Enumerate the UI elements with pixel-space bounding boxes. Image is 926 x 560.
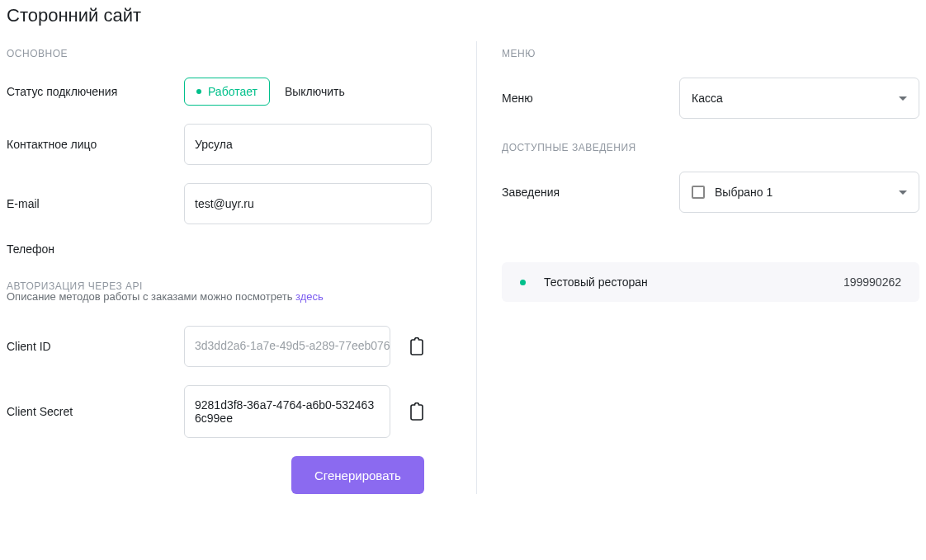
api-description-text: Описание методов работы с заказами можно…	[7, 290, 295, 303]
turn-off-button[interactable]: Выключить	[285, 85, 345, 98]
client-id-value: 3d3dd2a6-1a7e-49d5-a289-77eeb076d	[184, 326, 390, 367]
contact-input[interactable]	[184, 124, 432, 165]
venues-label: Заведения	[502, 186, 679, 199]
phone-label: Телефон	[7, 242, 184, 256]
copy-client-secret-button[interactable]	[405, 400, 428, 423]
email-label: E-mail	[7, 197, 184, 210]
status-dot-icon	[196, 89, 201, 94]
status-dot-icon	[520, 280, 526, 285]
clipboard-icon	[409, 402, 424, 421]
client-secret-value: 9281d3f8-36a7-4764-a6b0-5324636c99ee	[184, 385, 390, 438]
chevron-down-icon	[899, 96, 907, 101]
venue-row[interactable]: Тестовый ресторан 199990262	[502, 262, 919, 302]
venue-name: Тестовый ресторан	[544, 275, 825, 289]
generate-button[interactable]: Сгенерировать	[291, 456, 424, 494]
menu-select[interactable]: Касса	[679, 78, 919, 119]
contact-label: Контактное лицо	[7, 138, 184, 151]
menu-label: Меню	[502, 92, 679, 105]
status-badge-text: Работает	[208, 85, 257, 98]
api-description: Описание методов работы с заказами можно…	[7, 290, 451, 303]
chevron-down-icon	[899, 191, 907, 195]
venues-select-value: Выбрано 1	[715, 186, 772, 199]
menu-select-value: Касса	[692, 92, 723, 105]
status-label: Статус подключения	[7, 85, 184, 98]
section-heading-main: ОСНОВНОЕ	[7, 48, 451, 59]
venues-select[interactable]: Выбрано 1	[679, 172, 919, 213]
section-heading-menu: МЕНЮ	[502, 48, 919, 59]
clipboard-icon	[409, 337, 424, 355]
client-id-label: Client ID	[7, 340, 184, 353]
copy-client-id-button[interactable]	[405, 335, 428, 358]
status-badge: Работает	[184, 78, 270, 106]
client-secret-label: Client Secret	[7, 405, 184, 418]
section-heading-venues: ДОСТУПНЫЕ ЗАВЕДЕНИЯ	[502, 142, 919, 153]
venue-id: 199990262	[843, 275, 901, 289]
page-title: Сторонний сайт	[7, 5, 919, 26]
checkbox-icon	[692, 186, 705, 199]
api-description-link[interactable]: здесь	[295, 290, 324, 303]
email-input[interactable]	[184, 183, 432, 224]
